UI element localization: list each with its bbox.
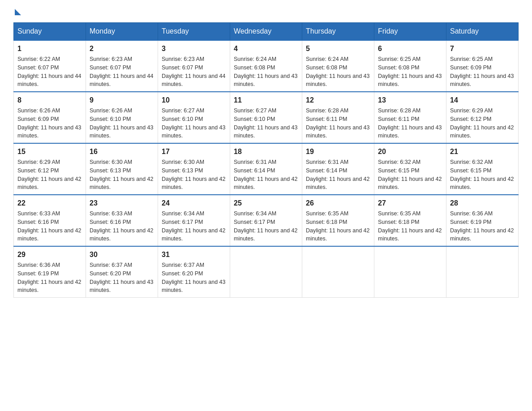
sunrise-text: Sunrise: 6:30 AM bbox=[90, 158, 154, 167]
day-number: 10 bbox=[162, 95, 226, 106]
logo-arrow-icon bbox=[15, 9, 21, 15]
sunrise-text: Sunrise: 6:36 AM bbox=[450, 210, 515, 218]
calendar-header-friday: Friday bbox=[374, 23, 446, 41]
calendar-cell: 7Sunrise: 6:25 AMSunset: 6:09 PMDaylight… bbox=[446, 40, 519, 92]
daylight-text: Daylight: 11 hours and 42 minutes. bbox=[162, 175, 226, 192]
calendar-cell bbox=[302, 246, 374, 298]
calendar-cell: 4Sunrise: 6:24 AMSunset: 6:08 PMDaylight… bbox=[230, 40, 302, 92]
daylight-text: Daylight: 11 hours and 42 minutes. bbox=[450, 227, 515, 244]
daylight-text: Daylight: 11 hours and 42 minutes. bbox=[17, 278, 82, 295]
sunset-text: Sunset: 6:07 PM bbox=[162, 64, 226, 72]
sunrise-text: Sunrise: 6:25 AM bbox=[450, 55, 515, 64]
calendar-cell: 11Sunrise: 6:27 AMSunset: 6:10 PMDayligh… bbox=[230, 92, 302, 143]
daylight-text: Daylight: 11 hours and 42 minutes. bbox=[17, 175, 82, 192]
daylight-text: Daylight: 11 hours and 43 minutes. bbox=[306, 124, 370, 141]
daylight-text: Daylight: 11 hours and 42 minutes. bbox=[306, 227, 370, 244]
day-number: 14 bbox=[450, 95, 515, 106]
calendar-cell: 3Sunrise: 6:23 AMSunset: 6:07 PMDaylight… bbox=[158, 40, 230, 92]
logo bbox=[13, 9, 21, 13]
day-number: 8 bbox=[17, 95, 82, 106]
sunrise-text: Sunrise: 6:23 AM bbox=[162, 55, 226, 64]
daylight-text: Daylight: 11 hours and 43 minutes. bbox=[234, 72, 298, 89]
sunrise-text: Sunrise: 6:25 AM bbox=[378, 55, 442, 64]
sunrise-text: Sunrise: 6:28 AM bbox=[378, 107, 442, 115]
day-number: 29 bbox=[17, 249, 82, 260]
daylight-text: Daylight: 11 hours and 43 minutes. bbox=[378, 124, 442, 141]
sunset-text: Sunset: 6:13 PM bbox=[162, 167, 226, 175]
sunset-text: Sunset: 6:14 PM bbox=[306, 167, 370, 175]
calendar-cell bbox=[230, 246, 302, 298]
calendar-cell: 22Sunrise: 6:33 AMSunset: 6:16 PMDayligh… bbox=[14, 195, 86, 246]
day-number: 20 bbox=[378, 146, 442, 157]
daylight-text: Daylight: 11 hours and 43 minutes. bbox=[450, 72, 515, 89]
sunrise-text: Sunrise: 6:29 AM bbox=[450, 107, 515, 115]
daylight-text: Daylight: 11 hours and 42 minutes. bbox=[306, 175, 370, 192]
sunset-text: Sunset: 6:12 PM bbox=[450, 115, 515, 124]
daylight-text: Daylight: 11 hours and 42 minutes. bbox=[234, 227, 298, 244]
day-number: 26 bbox=[306, 198, 370, 209]
sunset-text: Sunset: 6:18 PM bbox=[306, 218, 370, 227]
daylight-text: Daylight: 11 hours and 42 minutes. bbox=[17, 227, 82, 244]
calendar-table: SundayMondayTuesdayWednesdayThursdayFrid… bbox=[13, 22, 519, 298]
sunrise-text: Sunrise: 6:37 AM bbox=[162, 261, 226, 270]
calendar-cell bbox=[374, 246, 446, 298]
calendar-cell: 26Sunrise: 6:35 AMSunset: 6:18 PMDayligh… bbox=[302, 195, 374, 246]
sunrise-text: Sunrise: 6:22 AM bbox=[17, 55, 82, 64]
sunset-text: Sunset: 6:08 PM bbox=[234, 64, 298, 72]
daylight-text: Daylight: 11 hours and 43 minutes. bbox=[378, 72, 442, 89]
calendar-cell: 16Sunrise: 6:30 AMSunset: 6:13 PMDayligh… bbox=[86, 143, 158, 195]
calendar-cell: 21Sunrise: 6:32 AMSunset: 6:15 PMDayligh… bbox=[446, 143, 519, 195]
day-number: 9 bbox=[90, 95, 154, 106]
sunset-text: Sunset: 6:11 PM bbox=[378, 115, 442, 124]
sunrise-text: Sunrise: 6:37 AM bbox=[90, 261, 154, 270]
day-number: 15 bbox=[17, 146, 82, 157]
sunrise-text: Sunrise: 6:35 AM bbox=[378, 210, 442, 218]
day-number: 16 bbox=[90, 146, 154, 157]
calendar-cell: 31Sunrise: 6:37 AMSunset: 6:20 PMDayligh… bbox=[158, 246, 230, 298]
daylight-text: Daylight: 11 hours and 43 minutes. bbox=[234, 124, 298, 141]
day-number: 17 bbox=[162, 146, 226, 157]
sunrise-text: Sunrise: 6:34 AM bbox=[234, 210, 298, 218]
sunrise-text: Sunrise: 6:29 AM bbox=[17, 158, 82, 167]
sunrise-text: Sunrise: 6:33 AM bbox=[17, 210, 82, 218]
sunrise-text: Sunrise: 6:32 AM bbox=[378, 158, 442, 167]
day-number: 12 bbox=[306, 95, 370, 106]
sunrise-text: Sunrise: 6:35 AM bbox=[306, 210, 370, 218]
day-number: 7 bbox=[450, 43, 515, 54]
day-number: 23 bbox=[90, 198, 154, 209]
logo-text bbox=[13, 9, 21, 15]
daylight-text: Daylight: 11 hours and 43 minutes. bbox=[162, 124, 226, 141]
calendar-cell: 28Sunrise: 6:36 AMSunset: 6:19 PMDayligh… bbox=[446, 195, 519, 246]
day-number: 24 bbox=[162, 198, 226, 209]
sunset-text: Sunset: 6:15 PM bbox=[450, 167, 515, 175]
daylight-text: Daylight: 11 hours and 42 minutes. bbox=[378, 175, 442, 192]
sunset-text: Sunset: 6:10 PM bbox=[90, 115, 154, 124]
sunrise-text: Sunrise: 6:32 AM bbox=[450, 158, 515, 167]
calendar-cell: 23Sunrise: 6:33 AMSunset: 6:16 PMDayligh… bbox=[86, 195, 158, 246]
sunset-text: Sunset: 6:19 PM bbox=[17, 270, 82, 278]
calendar-header-row: SundayMondayTuesdayWednesdayThursdayFrid… bbox=[14, 23, 519, 41]
sunrise-text: Sunrise: 6:31 AM bbox=[306, 158, 370, 167]
calendar-cell: 15Sunrise: 6:29 AMSunset: 6:12 PMDayligh… bbox=[14, 143, 86, 195]
calendar-week-row: 1Sunrise: 6:22 AMSunset: 6:07 PMDaylight… bbox=[14, 40, 519, 92]
calendar-cell bbox=[446, 246, 519, 298]
sunrise-text: Sunrise: 6:26 AM bbox=[90, 107, 154, 115]
calendar-header-monday: Monday bbox=[86, 23, 158, 41]
daylight-text: Daylight: 11 hours and 43 minutes. bbox=[90, 278, 154, 295]
day-number: 25 bbox=[234, 198, 298, 209]
day-number: 31 bbox=[162, 249, 226, 260]
sunrise-text: Sunrise: 6:24 AM bbox=[234, 55, 298, 64]
calendar-header-tuesday: Tuesday bbox=[158, 23, 230, 41]
sunset-text: Sunset: 6:07 PM bbox=[17, 64, 82, 72]
day-number: 28 bbox=[450, 198, 515, 209]
sunrise-text: Sunrise: 6:34 AM bbox=[162, 210, 226, 218]
daylight-text: Daylight: 11 hours and 42 minutes. bbox=[234, 175, 298, 192]
calendar-header-sunday: Sunday bbox=[14, 23, 86, 41]
sunrise-text: Sunrise: 6:30 AM bbox=[162, 158, 226, 167]
calendar-cell: 2Sunrise: 6:23 AMSunset: 6:07 PMDaylight… bbox=[86, 40, 158, 92]
calendar-week-row: 15Sunrise: 6:29 AMSunset: 6:12 PMDayligh… bbox=[14, 143, 519, 195]
sunset-text: Sunset: 6:14 PM bbox=[234, 167, 298, 175]
calendar-cell: 14Sunrise: 6:29 AMSunset: 6:12 PMDayligh… bbox=[446, 92, 519, 143]
sunset-text: Sunset: 6:10 PM bbox=[162, 115, 226, 124]
day-number: 2 bbox=[90, 43, 154, 54]
